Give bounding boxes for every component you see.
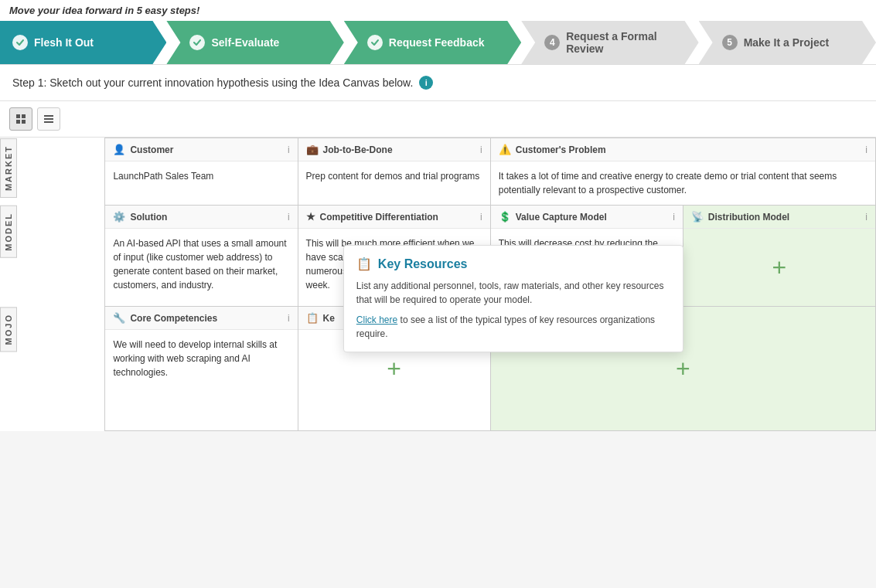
cell-solution-header: ⚙️ Solution i — [105, 206, 297, 229]
tooltip-link: Click here to see a list of the typical … — [356, 313, 670, 341]
cell-competitive-header: ★ Competitive Differentiation i — [298, 206, 490, 229]
customer-icon: 👤 — [113, 144, 125, 155]
step-project-label: Make It a Project — [744, 36, 830, 49]
tooltip-link-after: to see a list of the typical types of ke… — [356, 314, 655, 339]
svg-rect-4 — [44, 115, 53, 117]
problem-icon: ⚠️ — [499, 144, 511, 155]
key-title-partial: Ke — [323, 313, 335, 324]
cell-customers-problem: ⚠️ Customer's Problem i It takes a lot o… — [490, 138, 875, 206]
svg-rect-1 — [22, 114, 26, 118]
competitive-icon: ★ — [306, 211, 315, 223]
step-request-feedback[interactable]: Request Feedback — [344, 21, 521, 64]
toolbar — [0, 101, 876, 138]
banner-text: Move your idea forward in 5 easy steps! — [9, 5, 199, 16]
core-title: Core Competencies — [130, 313, 217, 324]
job-title: Job-to-Be-Done — [323, 144, 393, 155]
cell-core-competencies: 🔧 Core Competencies i We will need to de… — [105, 307, 298, 431]
step-flesh-label: Flesh It Out — [34, 36, 94, 49]
job-icon: 💼 — [306, 144, 319, 155]
distribution-plus-icon[interactable]: + — [772, 253, 787, 282]
step-num-5: 5 — [722, 35, 738, 50]
step-instruction: Step 1: Sketch out your current innovati… — [0, 65, 876, 101]
job-body: Prep content for demos and trial program… — [298, 161, 490, 191]
row-label-mojo: MOJO — [0, 307, 17, 352]
info-icon[interactable]: i — [419, 76, 433, 90]
value-title: Value Capture Model — [516, 212, 607, 223]
top-banner: Move your idea forward in 5 easy steps! — [0, 0, 876, 21]
tooltip-body: List any additional personnel, tools, ra… — [356, 279, 670, 307]
svg-rect-5 — [44, 118, 53, 120]
tooltip-body-text: List any additional personnel, tools, ra… — [356, 280, 664, 305]
content-area: Step 1: Sketch out your current innovati… — [0, 65, 876, 431]
step-feedback-label: Request Feedback — [389, 36, 485, 49]
instruction-text: Step 1: Sketch out your current innovati… — [12, 76, 413, 89]
cell-problem-header: ⚠️ Customer's Problem i — [491, 138, 875, 161]
problem-body: It takes a lot of time and creative ener… — [491, 161, 875, 205]
core-icon: 🔧 — [113, 312, 125, 324]
row-label-market: MARKET — [0, 138, 17, 198]
cell-customer-header: 👤 Customer i — [105, 138, 297, 161]
key-icon: 📋 — [306, 312, 319, 324]
step-self-label: Self-Evaluate — [211, 36, 279, 49]
check-icon-feedback — [367, 35, 383, 50]
customer-title: Customer — [130, 144, 173, 155]
core-info-icon[interactable]: i — [288, 313, 290, 324]
job-info-icon[interactable]: i — [480, 144, 482, 155]
distribution-info-icon[interactable]: i — [865, 212, 867, 223]
cell-value-header: 💲 Value Capture Model i — [491, 206, 683, 229]
cell-customer: 👤 Customer i LaunchPath Sales Team — [105, 138, 298, 206]
steps-bar: Flesh It Out Self-Evaluate Request Feedb… — [0, 21, 876, 65]
competitive-title: Competitive Differentiation — [320, 212, 438, 223]
row-label-model: MODEL — [0, 206, 17, 258]
mojo-plus-icon[interactable]: + — [676, 355, 690, 383]
core-body: We will need to develop internal skills … — [105, 330, 297, 387]
tooltip-title-text: Key Resources — [378, 257, 468, 271]
value-info-icon[interactable]: i — [673, 212, 675, 223]
key-resources-tooltip: 📋 Key Resources List any additional pers… — [343, 245, 683, 352]
step-num-4: 4 — [544, 35, 560, 50]
distribution-title: Distribution Model — [708, 212, 789, 223]
svg-rect-3 — [22, 120, 26, 124]
value-icon: 💲 — [499, 211, 511, 223]
problem-info-icon[interactable]: i — [865, 144, 867, 155]
grid-view-button[interactable] — [9, 107, 32, 131]
svg-rect-2 — [16, 120, 20, 124]
step-formal-label: Request a Formal Review — [566, 30, 683, 55]
check-icon-flesh — [12, 35, 28, 50]
step-self-evaluate[interactable]: Self-Evaluate — [166, 21, 343, 64]
tooltip-title-icon: 📋 — [356, 257, 372, 271]
check-icon-self — [189, 35, 205, 50]
svg-rect-6 — [44, 121, 53, 123]
customer-body: LaunchPath Sales Team — [105, 161, 297, 191]
solution-title: Solution — [130, 212, 167, 223]
cell-job: 💼 Job-to-Be-Done i Prep content for demo… — [298, 138, 490, 206]
key-plus-icon[interactable]: + — [387, 355, 401, 383]
distribution-icon: 📡 — [691, 211, 704, 223]
solution-body: An AI-based API that uses a small amount… — [105, 229, 297, 300]
solution-info-icon[interactable]: i — [288, 212, 290, 223]
solution-icon: ⚙️ — [113, 211, 125, 223]
tooltip-title: 📋 Key Resources — [356, 257, 670, 271]
problem-title: Customer's Problem — [516, 144, 606, 155]
cell-distribution-header: 📡 Distribution Model i — [683, 206, 875, 229]
customer-info-icon[interactable]: i — [288, 144, 290, 155]
cell-core-header: 🔧 Core Competencies i — [105, 307, 297, 330]
svg-rect-0 — [16, 114, 20, 118]
list-view-button[interactable] — [37, 107, 60, 131]
tooltip-link-anchor[interactable]: Click here — [356, 314, 397, 325]
competitive-info-icon[interactable]: i — [480, 212, 482, 223]
cell-job-header: 💼 Job-to-Be-Done i — [298, 138, 490, 161]
cell-distribution: 📡 Distribution Model i + 📋 — [683, 206, 875, 307]
step-flesh-it-out[interactable]: Flesh It Out — [0, 21, 166, 64]
cell-solution: ⚙️ Solution i An AI-based API that uses … — [105, 206, 298, 307]
step-make-project[interactable]: 5 Make It a Project — [699, 21, 876, 64]
distribution-plus-area[interactable]: + — [683, 229, 875, 306]
step-formal-review[interactable]: 4 Request a Formal Review — [521, 21, 698, 64]
